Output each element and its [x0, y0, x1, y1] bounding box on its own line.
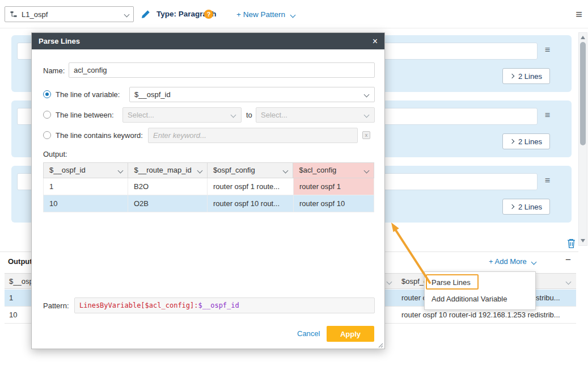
tree-icon: [10, 10, 18, 18]
pattern-label: Pattern:: [43, 301, 69, 310]
expand-lines-button[interactable]: 2 Lines: [502, 199, 550, 215]
variable-select-value: $__ospf_id: [134, 90, 171, 99]
radio-line-between[interactable]: [43, 111, 51, 119]
drag-handle-icon[interactable]: ≡: [545, 175, 550, 186]
dialog-title: Parse Lines: [39, 37, 373, 45]
pattern-expression-head: LinesByVariable[$acl_config]:: [79, 301, 198, 309]
cell-acl-config: router ospf 1: [294, 178, 374, 195]
add-more-label: + Add More: [489, 257, 527, 266]
radio-line-contains-keyword[interactable]: [43, 131, 51, 139]
cell-route-map-id: B2O: [128, 178, 208, 195]
table-row[interactable]: 1 B2O router ospf 1 route... router ospf…: [43, 178, 374, 195]
variable-select[interactable]: $__ospf_id: [129, 87, 375, 102]
expand-lines-button[interactable]: 2 Lines: [502, 68, 550, 84]
new-pattern-button[interactable]: + New Pattern: [236, 10, 295, 19]
new-pattern-label: + New Pattern: [236, 10, 285, 19]
chevron-right-icon: [510, 139, 514, 144]
add-more-button[interactable]: + Add More: [489, 257, 536, 266]
pattern-selector-value: L1_ospf: [22, 10, 125, 19]
cell-ospf-config: router ospf 10 rout...: [208, 195, 294, 212]
chevron-down-icon: [364, 168, 370, 174]
chevron-down-icon: [231, 112, 236, 118]
keyword-input[interactable]: [148, 128, 358, 143]
chevron-down-icon: [124, 11, 130, 17]
table-row[interactable]: 10 O2B router ospf 10 rout... router osp…: [43, 195, 374, 212]
pattern-expression[interactable]: LinesByVariable[$acl_config]:$__ospf_id: [74, 297, 375, 313]
chevron-down-icon: [197, 168, 203, 174]
cell-ospf-id: 10: [43, 195, 128, 212]
between-to-placeholder: Select...: [261, 111, 287, 119]
line-contains-keyword-label: The line contains keyword:: [56, 131, 143, 140]
chevron-down-icon: [118, 168, 124, 174]
cancel-button[interactable]: Cancel: [297, 329, 320, 338]
pattern-expression-tail: $__ospf_id: [198, 301, 239, 309]
keyword-regex-icon[interactable]: x: [362, 131, 370, 139]
name-input[interactable]: [69, 62, 375, 78]
cell-ospf-id: 1: [43, 178, 128, 195]
add-more-menu: Parse Lines Add Additional Variable: [424, 271, 536, 310]
output-label: Output:: [43, 150, 67, 158]
chevron-down-icon: [290, 12, 295, 18]
line-of-variable-label: The line of variable:: [56, 90, 120, 99]
help-icon[interactable]: ?: [204, 10, 213, 19]
menu-icon[interactable]: ≡: [576, 7, 582, 22]
preview-table-header: $__ospf_id $__route_map_id $ospf_config …: [43, 162, 374, 178]
chevron-down-icon: [566, 279, 572, 285]
drag-handle-icon[interactable]: ≡: [545, 45, 550, 55]
chevron-down-icon: [531, 259, 537, 265]
scrollbar-thumb[interactable]: [580, 42, 586, 145]
edit-pencil-icon[interactable]: [141, 9, 151, 19]
expand-lines-button[interactable]: 2 Lines: [502, 133, 550, 149]
drag-handle-icon[interactable]: ≡: [545, 110, 550, 120]
column-header-acl-config[interactable]: $acl_config: [293, 163, 374, 178]
chevron-down-icon: [364, 92, 370, 98]
chevron-right-icon: [510, 74, 514, 78]
app-window: L1_ospf Type: Paragraph ? + New Pattern …: [0, 0, 588, 373]
apply-button[interactable]: Apply: [327, 326, 374, 342]
lines-button-label: 2 Lines: [518, 137, 542, 146]
between-from-placeholder: Select...: [128, 111, 154, 119]
close-icon[interactable]: ×: [373, 37, 378, 46]
chevron-right-icon: [510, 204, 514, 209]
line-between-label: The line between:: [56, 111, 114, 119]
pattern-selector-dropdown[interactable]: L1_ospf: [5, 6, 134, 22]
cell-acl-config: router ospf 10: [294, 195, 374, 212]
cell-ospf-config: router ospf 1 route...: [208, 178, 294, 195]
chevron-down-icon: [364, 112, 370, 118]
scrollbar-up-icon[interactable]: [581, 36, 585, 39]
chevron-down-icon: [387, 279, 392, 285]
between-from-select[interactable]: Select...: [122, 107, 242, 123]
name-label: Name:: [43, 66, 65, 75]
radio-line-of-variable[interactable]: [43, 90, 51, 98]
output-section-label: Output:: [8, 257, 35, 266]
between-to-label: to: [246, 111, 252, 119]
menu-item-parse-lines[interactable]: Parse Lines: [425, 274, 535, 291]
parse-lines-dialog: Parse Lines × Name: The line of variable…: [31, 32, 385, 349]
collapse-section-button[interactable]: −: [565, 254, 571, 266]
toolbar: L1_ospf Type: Paragraph ? + New Pattern …: [0, 0, 588, 28]
lines-button-label: 2 Lines: [518, 72, 542, 81]
trash-icon[interactable]: [566, 238, 576, 249]
dialog-titlebar[interactable]: Parse Lines ×: [32, 33, 384, 49]
chevron-down-icon: [283, 168, 289, 174]
cell-route-map-id: O2B: [128, 195, 208, 212]
between-to-select[interactable]: Select...: [256, 107, 375, 123]
vertical-scrollbar[interactable]: [578, 32, 587, 246]
column-header-ospf-config[interactable]: $ospf_config: [208, 163, 293, 178]
column-header-route-map-id[interactable]: $__route_map_id: [128, 163, 208, 178]
menu-item-add-additional-variable[interactable]: Add Additional Variable: [425, 291, 535, 307]
scrollbar-down-icon[interactable]: [581, 239, 585, 242]
column-header-ospf-id[interactable]: $__ospf_id: [44, 163, 128, 178]
preview-table: $__ospf_id $__route_map_id $ospf_config …: [43, 162, 374, 212]
lines-button-label: 2 Lines: [518, 203, 542, 211]
resize-handle-icon[interactable]: [377, 341, 384, 348]
